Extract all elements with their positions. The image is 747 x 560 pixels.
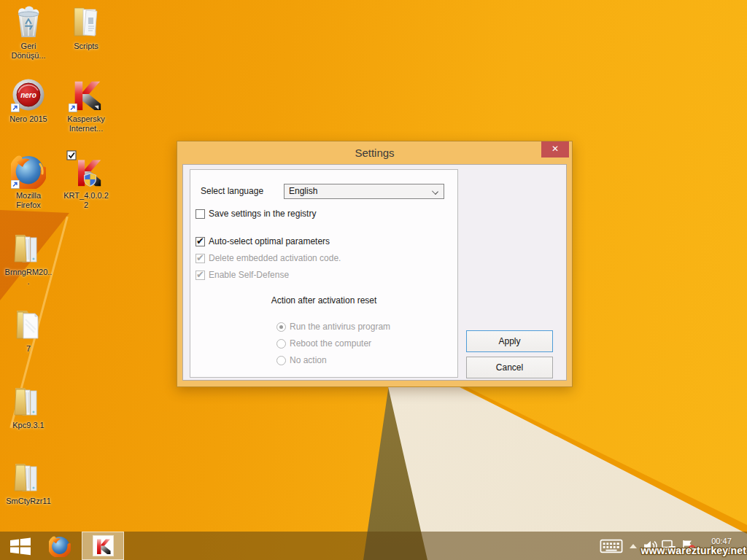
cancel-button[interactable]: Cancel xyxy=(466,357,553,378)
radio-circle xyxy=(276,339,286,349)
language-select-value: English xyxy=(289,186,317,196)
touch-keyboard-icon[interactable] xyxy=(597,532,626,560)
desktop-icon-kaspersky[interactable]: Kaspersky Internet... xyxy=(62,77,110,133)
firefox-icon xyxy=(49,535,71,557)
chevron-up-icon xyxy=(629,542,638,550)
icon-label: Kpc9.3.1 xyxy=(12,421,44,430)
desktop-icon-nero[interactable]: nero Nero 2015 xyxy=(4,77,53,124)
desktop-icon-7[interactable]: 7 xyxy=(4,306,53,354)
folder-icon xyxy=(10,459,47,495)
checkbox-box xyxy=(196,271,205,280)
shortcut-arrow-icon xyxy=(11,180,20,189)
settings-groupbox: Select language English Save settings in… xyxy=(190,169,458,378)
icon-label: BrnngRM20... xyxy=(4,268,53,287)
firefox-icon xyxy=(10,153,47,190)
checkbox-label: Enable Self-Defense xyxy=(209,270,289,280)
language-label: Select language xyxy=(201,186,263,196)
icon-label: SmCtyRzr11 xyxy=(6,497,51,506)
checkbox-label: Auto-select optimal parameters xyxy=(209,236,330,246)
language-select[interactable]: English xyxy=(284,184,444,199)
icon-label: Nero 2015 xyxy=(9,114,47,124)
nero-icon: nero xyxy=(10,77,47,113)
watermark: www.warezturkey.net xyxy=(640,545,746,556)
folder-document-icon xyxy=(10,306,47,343)
radio-label: Run the antivirus program xyxy=(290,322,390,332)
chevron-down-icon xyxy=(432,188,438,195)
action-group-label: Action after activation reset xyxy=(190,295,457,306)
apply-button[interactable]: Apply xyxy=(466,330,553,352)
icon-label: Scripts xyxy=(74,42,98,51)
taskbar-kaspersky-button[interactable] xyxy=(82,532,124,560)
desktop-icon-smcty[interactable]: SmCtyRzr11 xyxy=(4,459,53,506)
checkbox-box[interactable] xyxy=(196,237,205,246)
folder-icon xyxy=(10,230,47,266)
radio-circle xyxy=(276,322,286,332)
shortcut-arrow-icon xyxy=(11,104,20,112)
checkbox-auto-select[interactable]: Auto-select optimal parameters xyxy=(196,236,330,246)
dialog-title: Settings xyxy=(355,147,394,159)
close-icon: ✕ xyxy=(551,144,559,154)
desktop-icon-recycle-bin[interactable]: Geri Dönüşü... xyxy=(4,4,53,61)
checkbox-badge-icon xyxy=(66,150,77,160)
icon-label: Kaspersky Internet... xyxy=(62,114,110,133)
checkbox-label: Delete embedded activation code. xyxy=(209,253,341,263)
icon-label: 7 xyxy=(26,344,31,354)
krt-icon xyxy=(68,153,104,190)
radio-label: Reboot the computer xyxy=(290,338,371,349)
dialog-body: Select language English Save settings in… xyxy=(182,164,567,381)
desktop-icon-brnngrm[interactable]: BrnngRM20... xyxy=(4,230,53,287)
desktop-icon-kpc[interactable]: Kpc9.3.1 xyxy=(4,383,53,430)
radio-circle xyxy=(276,356,286,365)
folder-icon xyxy=(10,383,47,419)
icon-label: Geri Dönüşü... xyxy=(4,42,53,61)
checkbox-delete-activation-code: Delete embedded activation code. xyxy=(196,253,341,263)
close-button[interactable]: ✕ xyxy=(541,141,569,158)
radio-label: No action xyxy=(290,355,327,365)
kaspersky-icon xyxy=(93,535,114,556)
taskbar: 00:47 27.12.2014 xyxy=(0,532,747,560)
windows-logo-icon xyxy=(9,537,31,556)
kaspersky-icon xyxy=(68,77,104,113)
shortcut-arrow-icon xyxy=(69,104,77,112)
desktop-icon-krt[interactable]: KRT_4.0.0.22 xyxy=(62,153,110,210)
taskbar-firefox-button[interactable] xyxy=(44,532,76,560)
checkbox-label: Save settings in the registry xyxy=(209,209,316,219)
desktop-icon-firefox[interactable]: Mozilla Firefox xyxy=(4,153,53,210)
icon-label: KRT_4.0.0.22 xyxy=(62,191,110,210)
checkbox-box[interactable] xyxy=(196,209,205,219)
show-hidden-icons-button[interactable] xyxy=(626,532,640,560)
radio-no-action: No action xyxy=(276,355,327,365)
checkbox-save-registry[interactable]: Save settings in the registry xyxy=(196,209,316,219)
settings-dialog: Settings ✕ Select language English Save … xyxy=(177,141,573,387)
checkbox-box xyxy=(196,254,205,263)
icon-label: Mozilla Firefox xyxy=(4,191,53,210)
radio-run-antivirus: Run the antivirus program xyxy=(276,322,390,332)
recycle-bin-icon xyxy=(10,4,47,40)
desktop-icon-scripts[interactable]: Scripts xyxy=(62,4,110,51)
desktop-screen: Geri Dönüşü... Scripts nero xyxy=(0,0,747,560)
folder-open-icon xyxy=(68,4,104,40)
checkbox-self-defense: Enable Self-Defense xyxy=(196,270,289,280)
nero-logo-text: nero xyxy=(20,91,36,99)
radio-reboot-computer: Reboot the computer xyxy=(276,338,371,349)
start-button[interactable] xyxy=(4,532,36,560)
dialog-titlebar[interactable]: Settings xyxy=(177,141,572,164)
